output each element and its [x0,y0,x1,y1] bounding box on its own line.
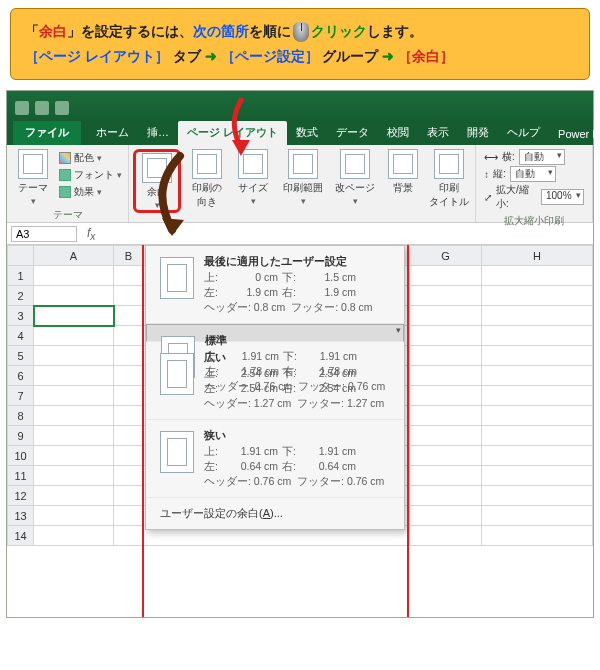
col-header[interactable]: H [482,246,593,266]
margin-thumb-icon [160,257,194,299]
size-button[interactable]: サイズ▾ [233,149,273,206]
orientation-icon [192,149,222,179]
qat-undo-icon[interactable] [35,101,49,115]
col-header[interactable]: B [114,246,144,266]
margin-option-narrow[interactable]: 狭い 上:1.91 cm 下:1.91 cm 左:0.64 cm 右:0.64 … [146,420,404,498]
keyword-yohaku: 余白 [39,23,67,39]
row-header[interactable]: 3 [8,306,34,326]
margin-option-last[interactable]: 最後に適用したユーザー設定 上:0 cm 下:1.5 cm 左:1.9 cm 右… [146,246,404,324]
row-header[interactable]: 14 [8,526,34,546]
ribbon: テーマ▾ 配色▾ フォント▾ 効果▾ テーマ 余白▾ [7,145,593,223]
quick-access-toolbar[interactable] [15,101,69,121]
margin-thumb-icon [160,353,194,395]
size-icon [238,149,268,179]
margins-icon [142,153,172,183]
effects-button[interactable]: 効果▾ [59,185,122,199]
margin-option-custom[interactable]: ユーザー設定の余白(A)... [146,498,404,529]
tab-file[interactable]: ファイル [13,121,81,145]
fx-icon[interactable]: fx [87,226,95,242]
margin-thumb-icon [160,431,194,473]
active-cell[interactable] [34,306,114,326]
print-titles-button[interactable]: 印刷 タイトル [429,149,469,209]
tab-developer[interactable]: 開発 [458,121,498,145]
colors-button[interactable]: 配色▾ [59,151,122,165]
scale-percent[interactable]: ⤢拡大/縮小:100% [484,183,584,211]
col-header[interactable]: G [410,246,482,266]
scale-width[interactable]: ⟷横:自動 [484,149,584,165]
tab-review[interactable]: 校閲 [378,121,418,145]
title-bar [7,91,593,121]
row-header[interactable]: 1 [8,266,34,286]
print-area-icon [288,149,318,179]
ribbon-tabs: ファイル ホーム 挿… ページ レイアウト 数式 データ 校閲 表示 開発 ヘル… [7,121,593,145]
scale-height[interactable]: ↕縦:自動 [484,166,584,182]
row-header[interactable]: 2 [8,286,34,306]
scale-group-label: 拡大縮小印刷 [484,212,584,228]
orientation-button[interactable]: 印刷の 向き [187,149,227,209]
tab-formulas[interactable]: 数式 [287,121,327,145]
breaks-icon [340,149,370,179]
themes-icon [18,149,48,179]
name-box[interactable] [11,226,77,242]
excel-window: ファイル ホーム 挿… ページ レイアウト 数式 データ 校閲 表示 開発 ヘル… [6,90,594,618]
qat-redo-icon[interactable] [55,101,69,115]
row-header[interactable]: 7 [8,386,34,406]
background-icon [388,149,418,179]
row-header[interactable]: 9 [8,426,34,446]
print-titles-icon [434,149,464,179]
tab-power-pivot[interactable]: Power Pivot [549,124,600,145]
row-header[interactable]: 10 [8,446,34,466]
select-all-corner[interactable] [8,246,34,266]
fonts-button[interactable]: フォント▾ [59,168,122,182]
themes-button[interactable]: テーマ▾ [13,149,53,206]
palette-icon [59,152,71,164]
font-icon [59,169,71,181]
margins-dropdown: 最後に適用したユーザー設定 上:0 cm 下:1.5 cm 左:1.9 cm 右… [145,245,405,530]
row-header[interactable]: 8 [8,406,34,426]
print-area-button[interactable]: 印刷範囲▾ [279,149,327,206]
col-header[interactable]: A [34,246,114,266]
row-header[interactable]: 12 [8,486,34,506]
instruction-callout: 「余白」を設定するには、次の箇所を順にクリックします。 ［ページ レイアウト］ … [10,8,590,80]
background-button[interactable]: 背景 [383,149,423,195]
tab-help[interactable]: ヘルプ [498,121,549,145]
margin-option-normal[interactable]: 標準 上:1.91 cm 下:1.91 cm 左:1.78 cm 右:1.78 … [146,324,404,342]
qat-save-icon[interactable] [15,101,29,115]
theme-group-label: テーマ [13,206,122,222]
row-header[interactable]: 11 [8,466,34,486]
row-header[interactable]: 5 [8,346,34,366]
row-header[interactable]: 13 [8,506,34,526]
row-header[interactable]: 4 [8,326,34,346]
tab-data[interactable]: データ [327,121,378,145]
margins-button[interactable]: 余白▾ [137,153,177,210]
effects-icon [59,186,71,198]
row-header[interactable]: 6 [8,366,34,386]
mouse-icon [293,22,309,42]
tab-page-layout[interactable]: ページ レイアウト [178,121,287,145]
tab-home[interactable]: ホーム [87,121,138,145]
breaks-button[interactable]: 改ページ▾ [333,149,377,206]
margins-highlight: 余白▾ [133,149,181,213]
tab-view[interactable]: 表示 [418,121,458,145]
tab-insert[interactable]: 挿… [138,121,178,145]
